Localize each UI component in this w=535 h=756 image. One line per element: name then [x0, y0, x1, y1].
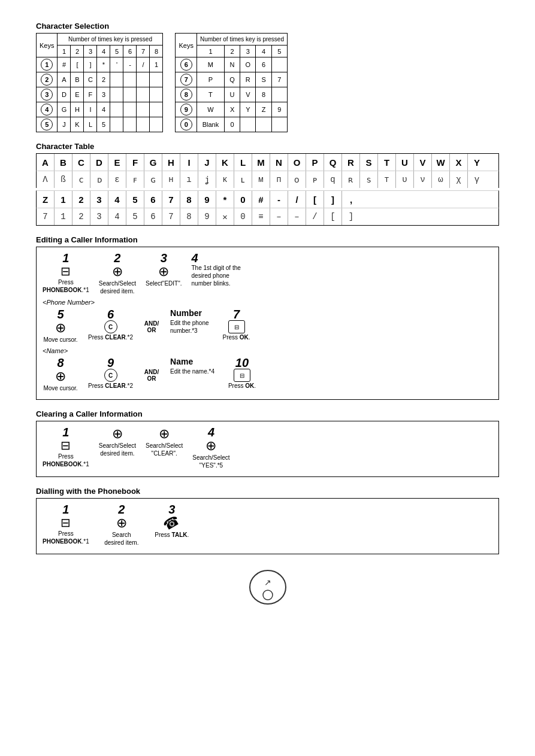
nav-icon-c3: ⊕	[159, 426, 170, 442]
svg-point-0	[250, 570, 286, 604]
editing-step-name: Name Edit the name.*4	[170, 357, 214, 375]
lcd-B: ß	[55, 171, 72, 188]
key-2: 2	[41, 74, 53, 86]
step-num-c4: 4	[208, 426, 214, 438]
char-6: 6	[144, 191, 162, 208]
char-A: A	[37, 154, 55, 171]
editing-steps-row1: 1 ⊟ PressPHONEBOOK.*1 2 ⊕ Search/Selectd…	[43, 252, 492, 295]
lcd-A: Λ	[37, 171, 55, 188]
phonebook-icon-d1: ⊟	[61, 515, 71, 530]
lcd-K: ĸ	[216, 171, 234, 188]
ok-icon-7: ⊟	[228, 320, 245, 333]
char-D: D	[90, 154, 108, 171]
editing-step-4: 4 The 1st digit of thedesired phonenumbe…	[192, 252, 241, 287]
char-7: 7	[162, 191, 180, 208]
step-num-7: 7	[233, 308, 240, 320]
char-S: S	[360, 154, 378, 171]
char-K: K	[216, 154, 234, 171]
editing-step-3: 3 ⊕ Select"EDIT".	[146, 252, 182, 287]
char-row2-labels: Z 1 2 3 4 5 6 7 8 9 * 0 # - / [ ] ,	[36, 190, 499, 208]
step-num-d1: 1	[62, 503, 69, 515]
dialling-step-2: 2 ⊕ Searchdesired item.	[104, 503, 140, 546]
lcd-star2: ✕	[216, 208, 234, 225]
dialling-box: 1 ⊟ PressPHONEBOOK.*1 2 ⊕ Searchdesired …	[36, 498, 499, 554]
table-row: 6 MNO6	[176, 57, 288, 72]
step-label-9: Press CLEAR.*2	[88, 382, 133, 390]
lcd-dash2: –	[270, 208, 288, 225]
char-O: O	[288, 154, 306, 171]
char-row1-labels: A B C D E F G H I J K L M N O P Q R S T …	[36, 153, 499, 171]
dialling-section: Dialling with the Phonebook 1 ⊟ PressPHO…	[36, 487, 499, 554]
step-label-2: Search/Selectdesired item.	[99, 280, 136, 295]
char-Y: Y	[468, 154, 486, 171]
editing-caller-section: Editing a Caller Information 1 ⊟ PressPH…	[36, 235, 499, 400]
char-X: X	[450, 154, 468, 171]
lcd-N: п	[270, 171, 288, 188]
clearing-step-2: ⊕ Search/Selectdesired item.	[99, 426, 136, 457]
col-7: 7	[137, 45, 150, 57]
editing-step-2: 2 ⊕ Search/Selectdesired item.	[99, 252, 136, 295]
phonebook-icon-1: ⊟	[61, 264, 71, 278]
lcd-V: ν	[414, 171, 432, 188]
char-9: 9	[198, 191, 216, 208]
step-num-d2: 2	[118, 503, 125, 515]
clearing-caller-box: 1 ⊟ PressPHONEBOOK.*1 ⊕ Search/Selectdes…	[36, 421, 499, 477]
char-rbracket: ]	[324, 191, 342, 208]
and-or-2: AND/ OR	[143, 369, 161, 382]
bottom-icon-section: ↗	[36, 566, 499, 608]
lcd-F: ꜰ	[126, 171, 144, 188]
lcd-G: ɢ	[144, 171, 162, 188]
lcd-Z: 7	[37, 208, 55, 225]
char-row1-lcd: Λ ß ϲ ᴅ ε ꜰ ɢ н ı ʝ ĸ ʟ м п ᴏ ᴘ q ʀ ꜱ т …	[36, 171, 499, 188]
table-row: 2 ABC2	[37, 72, 163, 87]
lcd-Y: γ	[468, 171, 486, 188]
char-lbracket: [	[306, 191, 324, 208]
step-label-5: Move cursor.	[43, 336, 77, 344]
step-label-d3: Press TALK.	[155, 531, 189, 539]
table-row: 8 TUV8	[176, 87, 288, 102]
char-U: U	[396, 154, 414, 171]
char-star: *	[216, 191, 234, 208]
char-F: F	[126, 154, 144, 171]
table-row: 7 PQRS7	[176, 72, 288, 87]
name-heading: Name	[170, 357, 193, 366]
step-label-c3: Search/Select"CLEAR".	[146, 442, 183, 457]
nav-icon-5: ⊕	[55, 320, 66, 336]
step-num-10: 10	[235, 357, 249, 369]
name-label: <Name>	[43, 347, 492, 354]
clearing-caller-section: Clearing a Caller Information 1 ⊟ PressP…	[36, 409, 499, 477]
key-6: 6	[180, 59, 192, 71]
char-Z: Z	[37, 191, 55, 208]
table-row: 0 Blank0	[176, 117, 288, 132]
dialling-step-3: 3 ☎ Press TALK.	[154, 503, 190, 539]
lcd-2num: 2	[72, 208, 90, 225]
char-selection-title: Character Selection	[36, 22, 499, 31]
step-label-c2: Search/Selectdesired item.	[99, 442, 136, 457]
table-row: 9 WXYZ9	[176, 102, 288, 117]
step-label-name: Edit the name.*4	[170, 368, 214, 375]
char-M: M	[252, 154, 270, 171]
step-num-5: 5	[57, 308, 64, 320]
step-label-d1: PressPHONEBOOK.*1	[43, 530, 89, 545]
lcd-9num: 9	[198, 208, 216, 225]
char-W: W	[432, 154, 450, 171]
lcd-U: υ	[396, 171, 414, 188]
lcd-E: ε	[108, 171, 126, 188]
table-row: 1 #[]*'-/1	[37, 57, 163, 72]
char-4: 4	[108, 191, 126, 208]
step-num-1: 1	[62, 252, 69, 264]
lcd-C: ϲ	[72, 171, 90, 188]
editing-steps-row2: 5 ⊕ Move cursor. 6 C Press CLEAR.*2 AND/…	[43, 308, 492, 344]
step-label-1: PressPHONEBOOK.*1	[43, 278, 89, 294]
col-2: 2	[71, 45, 84, 57]
char-J: J	[198, 154, 216, 171]
step-label-8: Move cursor.	[43, 384, 77, 392]
clear-icon-6: C	[104, 320, 117, 333]
ok-icon-10: ⊟	[234, 369, 250, 382]
lcd-hash2: ≡	[252, 208, 270, 225]
step-label-c4: Search/Select"YES".*5	[192, 454, 229, 469]
step-num-c1: 1	[62, 426, 69, 438]
col-3: 3	[84, 45, 97, 57]
char-B: B	[55, 154, 72, 171]
and-or-1: AND/ OR	[143, 320, 161, 333]
